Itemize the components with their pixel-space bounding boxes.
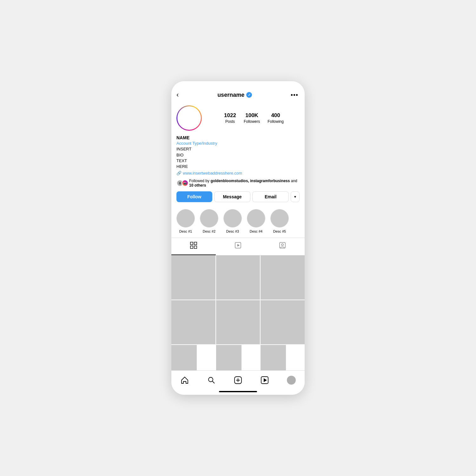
tagged-icon bbox=[279, 242, 286, 251]
svg-marker-5 bbox=[237, 244, 240, 247]
stats-row: 1022 Posts 100K Followers 400 Following bbox=[208, 112, 300, 124]
followed-avatars: ⚙ 📷 bbox=[176, 180, 187, 187]
highlight-label-2: Desc #2 bbox=[203, 229, 215, 233]
website-url[interactable]: www.insertwebaddresshere.com bbox=[183, 171, 242, 175]
grid-cell-5[interactable] bbox=[216, 300, 260, 344]
svg-rect-3 bbox=[194, 246, 197, 248]
highlight-3[interactable]: Desc #3 bbox=[223, 209, 242, 233]
svg-rect-1 bbox=[194, 242, 197, 245]
following-stat[interactable]: 400 Following bbox=[268, 112, 284, 124]
bottom-nav bbox=[171, 370, 305, 388]
profile-avatar-nav bbox=[287, 376, 296, 385]
bio-section: NAME Account Type/Industry INSERT BIO TE… bbox=[176, 135, 300, 175]
highlight-label-5: Desc #5 bbox=[273, 229, 286, 233]
home-button[interactable] bbox=[178, 374, 191, 387]
tab-reels[interactable] bbox=[216, 238, 260, 255]
highlight-circle-5 bbox=[270, 209, 289, 228]
home-bar bbox=[219, 391, 257, 392]
status-bar bbox=[171, 81, 305, 88]
grid-cell-7[interactable] bbox=[171, 345, 197, 370]
posts-label: Posts bbox=[225, 119, 235, 124]
bio-name: NAME bbox=[176, 135, 300, 140]
email-button[interactable]: Email bbox=[252, 191, 289, 202]
avatar-ring[interactable] bbox=[176, 105, 202, 131]
highlight-4[interactable]: Desc #4 bbox=[247, 209, 265, 233]
profile-section: 1022 Posts 100K Followers 400 Following … bbox=[171, 102, 305, 207]
highlight-circle-4 bbox=[247, 209, 265, 228]
tab-tagged[interactable] bbox=[260, 238, 305, 255]
follow-button[interactable]: Follow bbox=[176, 191, 212, 202]
more-button[interactable]: ••• bbox=[291, 91, 298, 99]
tab-grid[interactable] bbox=[171, 238, 216, 255]
profile-nav-button[interactable] bbox=[285, 374, 298, 387]
reels-nav-button[interactable] bbox=[258, 374, 271, 387]
highlight-5[interactable]: Desc #5 bbox=[270, 209, 289, 233]
tabs bbox=[171, 238, 305, 255]
highlights: Desc #1 Desc #2 Desc #3 Desc #4 Desc #5 bbox=[171, 207, 305, 238]
highlight-label-3: Desc #3 bbox=[226, 229, 239, 233]
highlight-2[interactable]: Desc #2 bbox=[200, 209, 218, 233]
svg-marker-14 bbox=[264, 378, 267, 382]
following-count: 400 bbox=[271, 112, 280, 119]
followers-stat[interactable]: 100K Followers bbox=[244, 112, 260, 124]
username-label: username bbox=[217, 92, 244, 98]
message-button[interactable]: Message bbox=[214, 191, 251, 202]
svg-point-8 bbox=[208, 377, 213, 382]
home-indicator bbox=[171, 388, 305, 395]
top-nav: ‹ username ✓ ••• bbox=[171, 88, 305, 102]
action-buttons: Follow Message Email ▾ bbox=[176, 191, 300, 202]
followers-label: Followers bbox=[244, 119, 260, 124]
svg-rect-6 bbox=[280, 242, 285, 248]
followed-by: ⚙ 📷 Followed by goldenbloomstudios, inst… bbox=[176, 179, 300, 188]
add-button[interactable] bbox=[232, 374, 244, 387]
bio-text: INSERT BIO TEXT HERE bbox=[176, 146, 300, 169]
followed-avatar-2: 📷 bbox=[182, 180, 188, 187]
verified-icon: ✓ bbox=[246, 92, 252, 98]
dropdown-button[interactable]: ▾ bbox=[291, 191, 300, 202]
grid-cell-6[interactable] bbox=[261, 300, 305, 344]
bio-link[interactable]: 🔗 www.insertwebaddresshere.com bbox=[176, 171, 300, 175]
highlight-circle-2 bbox=[200, 209, 218, 228]
highlight-circle-3 bbox=[223, 209, 242, 228]
svg-line-9 bbox=[213, 381, 215, 383]
following-label: Following bbox=[268, 119, 284, 124]
grid-cell-3[interactable] bbox=[261, 255, 305, 300]
svg-rect-2 bbox=[190, 246, 193, 248]
post-grid bbox=[171, 255, 305, 370]
followers-count: 100K bbox=[245, 112, 258, 119]
link-icon: 🔗 bbox=[176, 171, 182, 175]
highlight-label-1: Desc #1 bbox=[179, 229, 192, 233]
highlight-circle-1 bbox=[176, 209, 195, 228]
username-area: username ✓ bbox=[217, 92, 252, 98]
followed-text: Followed by goldenbloomstudios, instagra… bbox=[189, 179, 300, 188]
grid-icon bbox=[190, 242, 197, 251]
grid-cell-9[interactable] bbox=[261, 345, 286, 370]
svg-point-7 bbox=[281, 244, 283, 246]
grid-cell-2[interactable] bbox=[216, 255, 260, 300]
profile-top: 1022 Posts 100K Followers 400 Following bbox=[176, 105, 300, 131]
posts-count: 1022 bbox=[224, 112, 236, 119]
grid-cell-1[interactable] bbox=[171, 255, 215, 300]
back-button[interactable]: ‹ bbox=[176, 91, 179, 99]
avatar bbox=[177, 106, 201, 130]
bio-industry: Account Type/Industry bbox=[176, 141, 300, 146]
grid-cell-4[interactable] bbox=[171, 300, 215, 344]
svg-rect-0 bbox=[190, 242, 193, 245]
highlight-1[interactable]: Desc #1 bbox=[176, 209, 195, 233]
search-button[interactable] bbox=[205, 374, 218, 387]
reels-icon bbox=[235, 242, 241, 251]
posts-stat: 1022 Posts bbox=[224, 112, 236, 124]
highlight-label-4: Desc #4 bbox=[250, 229, 262, 233]
grid-cell-8[interactable] bbox=[216, 345, 241, 370]
